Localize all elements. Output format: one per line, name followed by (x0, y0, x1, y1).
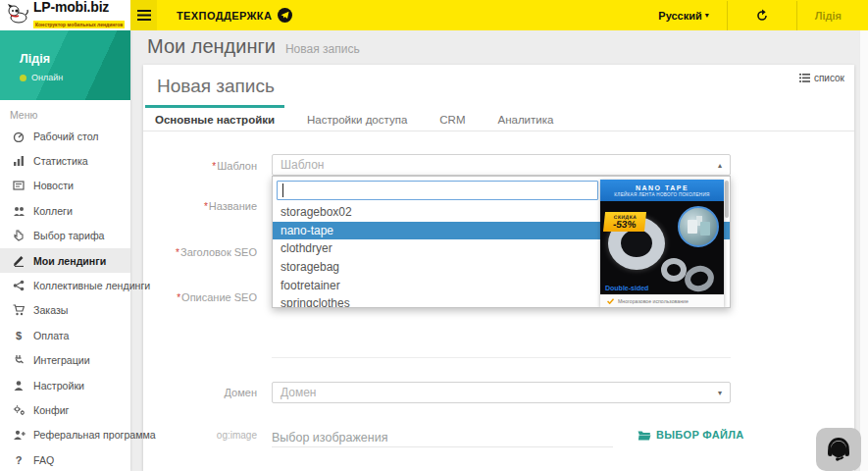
online-status-label: Онлайн (31, 73, 63, 82)
topbar: LP-mobi.biz Конструктор мобильных лендин… (0, 0, 868, 30)
sidebar-item-orders[interactable]: Заказы (0, 298, 130, 323)
template-select[interactable]: Шаблон ▴ (272, 154, 731, 176)
dropdown-scrollbar[interactable] (725, 181, 729, 218)
logo-title: LP-mobi.biz (33, 1, 125, 13)
sidebar-item-tariff[interactable]: Выбор тарифа (0, 224, 130, 248)
dashboard-icon (12, 131, 26, 142)
language-label: Русский (658, 10, 701, 22)
support-button[interactable]: ТЕХПОДДЕРЖКА (167, 0, 302, 30)
sidebar-item-dashboard[interactable]: Рабочий стол (0, 124, 130, 148)
page-scrollbar[interactable] (859, 30, 868, 471)
tab-main-settings[interactable]: Основные настройки (145, 105, 284, 131)
domain-select[interactable]: Домен ▾ (272, 382, 731, 403)
sidebar: Лідія Онлайн Меню Рабочий стол Статистик… (0, 30, 130, 471)
template-search-input[interactable] (277, 181, 598, 200)
tab-analytics[interactable]: Аналитика (487, 105, 563, 131)
card-title: Новая запись (157, 76, 275, 97)
profile-panel: Лідія Онлайн (0, 30, 130, 100)
folder-icon (638, 430, 651, 441)
tab-crm[interactable]: CRM (430, 105, 475, 131)
telegram-icon (278, 8, 292, 23)
share-icon (12, 280, 26, 291)
menu-section-label: Меню (10, 109, 37, 121)
topbar-username: Лідія (815, 10, 842, 22)
hamburger-icon (137, 10, 151, 21)
sidebar-item-faq[interactable]: ? FAQ (0, 447, 130, 471)
preview-inset-photo (678, 206, 719, 247)
dog-logo-icon (6, 2, 29, 29)
choose-file-button[interactable]: ВЫБОР ФАЙЛА (638, 429, 744, 441)
list-icon (799, 74, 810, 82)
check-icon (607, 298, 614, 304)
list-button[interactable]: список (799, 73, 844, 83)
news-icon (12, 180, 26, 191)
my-landings-icon (12, 255, 26, 267)
sidebar-item-news[interactable]: Новости (0, 174, 130, 198)
logo-subtitle: Конструктор мобильных лендингов (33, 21, 125, 28)
cart-icon (12, 304, 26, 316)
tabs: Основные настройки Настройки доступа CRM… (143, 105, 854, 131)
sidebar-item-payment[interactable]: $ Оплата (0, 323, 130, 347)
user-plus-icon (12, 429, 26, 441)
preview-subtitle: КЛЕЙКАЯ ЛЕНТА НОВОГО ПОКОЛЕНИЯ (614, 192, 709, 197)
support-label: ТЕХПОДДЕРЖКА (177, 10, 272, 22)
template-dropdown: storagebox02 nano-tape clothdryer storag… (272, 176, 731, 308)
field-underline (272, 357, 731, 358)
colleagues-icon (12, 205, 26, 217)
discount-badge: СКИДКА -53% (603, 212, 646, 232)
sidebar-item-settings[interactable]: Настройки (0, 373, 130, 397)
name-label: *Название (143, 200, 257, 212)
support-chat-button[interactable] (816, 428, 861, 471)
dollar-icon: $ (12, 330, 26, 341)
hamburger-menu-button[interactable] (130, 0, 157, 30)
stats-icon (12, 155, 26, 167)
sidebar-item-statistics[interactable]: Статистика (0, 148, 130, 173)
seo-title-label: *Заголовок SEO (143, 246, 257, 258)
user-icon (12, 380, 26, 392)
chevron-down-icon: ▾ (718, 389, 722, 397)
question-icon: ? (12, 454, 26, 466)
headset-icon (825, 436, 852, 463)
language-selector[interactable]: Русский ▾ (640, 0, 726, 30)
preview-title: NANO TAPE (636, 184, 689, 191)
preview-feature: Многоразовое использование (618, 298, 689, 304)
sidebar-item-integrations[interactable]: Интеграции (0, 348, 130, 373)
breadcrumb: Новая запись (285, 42, 360, 56)
new-record-card: Новая запись список Основные настройки Н… (143, 65, 854, 471)
sidebar-item-my-landings[interactable]: Мои лендинги (0, 248, 130, 273)
sidebar-item-colleagues[interactable]: Коллеги (0, 198, 130, 223)
refresh-button[interactable] (728, 0, 796, 30)
page-title: Мои лендинги (147, 35, 276, 58)
og-image-label: og:image (143, 430, 257, 441)
domain-label: Домен (143, 387, 257, 398)
chevron-up-icon: ▴ (718, 161, 722, 170)
seo-description-label: *Описание SEO (143, 291, 257, 303)
text-cursor (282, 183, 283, 197)
gears-icon (12, 404, 26, 416)
sidebar-item-referral[interactable]: Реферальная программа (0, 423, 130, 447)
tariff-icon (12, 230, 26, 241)
profile-name: Лідія (20, 52, 50, 66)
online-status-dot (20, 75, 26, 81)
template-preview-image: NANO TAPE КЛЕЙКАЯ ЛЕНТА НОВОГО ПОКОЛЕНИЯ… (600, 180, 724, 307)
logo[interactable]: LP-mobi.biz Конструктор мобильных лендин… (0, 0, 130, 30)
tab-access-settings[interactable]: Настройки доступа (297, 105, 417, 131)
sidebar-menu: Рабочий стол Статистика Новости Коллеги … (0, 124, 130, 471)
sidebar-item-config[interactable]: Конфиг (0, 397, 130, 422)
topbar-user-button[interactable]: Лідія (797, 0, 859, 30)
og-image-input[interactable] (272, 428, 613, 447)
template-label: *Шаблон (143, 160, 257, 172)
chevron-down-icon: ▾ (705, 11, 709, 20)
preview-caption: Double-sided (605, 285, 648, 291)
sidebar-item-collective-landings[interactable]: Коллективные лендинги (0, 273, 130, 297)
refresh-icon (755, 9, 769, 23)
plug-icon (12, 354, 26, 366)
